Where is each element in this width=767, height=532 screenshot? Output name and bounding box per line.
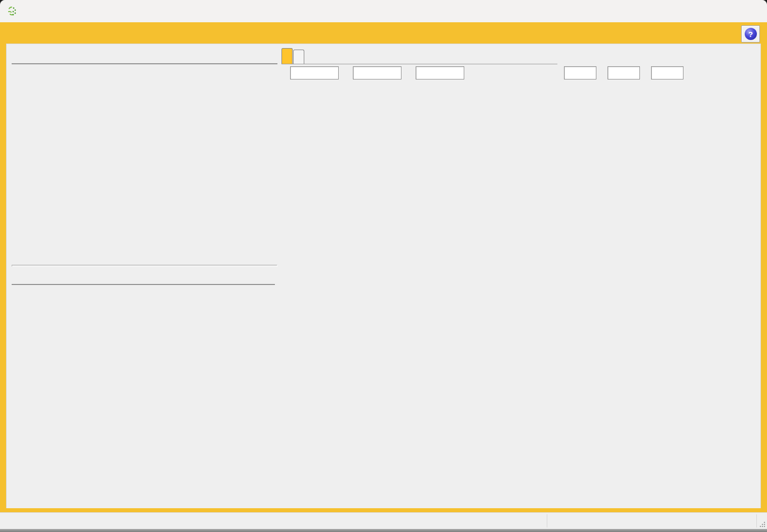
peak-l-value[interactable] — [290, 66, 339, 79]
close-button[interactable] — [736, 0, 767, 22]
help-button[interactable]: ? — [741, 25, 760, 43]
freq-l-value[interactable] — [564, 66, 596, 79]
freq-t-value[interactable] — [608, 66, 640, 79]
ltv-pvs-tabbar — [281, 48, 557, 64]
main-frame: ? — [0, 22, 767, 512]
app-logo-icon — [7, 6, 18, 17]
content-panel — [6, 44, 761, 508]
desktop: ? — [0, 0, 767, 532]
tab-ltv[interactable] — [281, 48, 293, 64]
freq-values-row — [560, 66, 683, 79]
main-tabbar — [0, 22, 767, 44]
peak-v-value[interactable] — [416, 66, 464, 79]
status-separator — [756, 514, 757, 527]
records-table — [12, 63, 277, 64]
resize-grip[interactable] — [759, 521, 765, 527]
tab-pvs[interactable] — [293, 50, 304, 64]
status-bar — [0, 512, 767, 529]
peak-t-value[interactable] — [353, 66, 401, 79]
minimize-button[interactable] — [673, 0, 704, 22]
maximize-button[interactable] — [704, 0, 736, 22]
status-separator — [547, 514, 547, 527]
site-blasts-table — [12, 284, 275, 285]
titlebar — [0, 0, 767, 22]
freq-v-value[interactable] — [651, 66, 683, 79]
app-window: ? — [0, 0, 767, 532]
peak-values-row — [285, 66, 464, 79]
tables-separator — [12, 265, 277, 267]
help-globe-icon: ? — [745, 28, 757, 40]
taskbar-sliver — [0, 529, 767, 532]
